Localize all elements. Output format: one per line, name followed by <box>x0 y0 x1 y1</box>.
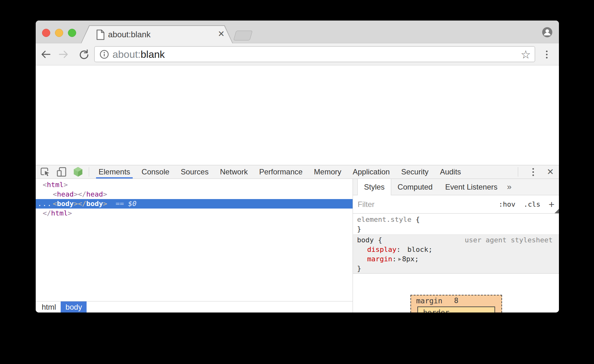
chrome-menu-icon[interactable] <box>541 49 552 60</box>
tab-title: about:blank <box>108 30 150 39</box>
stylesheet-origin: user agent stylesheet <box>465 235 559 245</box>
url-omnibox[interactable]: about:blank ☆ <box>94 46 535 62</box>
page-viewport <box>36 65 559 165</box>
bookmark-star-icon[interactable]: ☆ <box>521 47 531 62</box>
url-scheme: about: <box>112 49 141 60</box>
devtools-tab[interactable]: Application <box>353 165 390 179</box>
devtools-menu-icon[interactable] <box>528 167 538 177</box>
browser-window: about:blank ✕ <box>36 21 559 312</box>
user-agent-body-rule[interactable]: body { user agent stylesheet display: bl… <box>353 234 559 274</box>
profile-avatar-icon[interactable] <box>542 27 553 38</box>
devtools-tab[interactable]: Console <box>142 165 169 179</box>
tree-row[interactable]: ...<body></body> == $0 <box>36 199 353 209</box>
back-icon[interactable] <box>40 49 52 60</box>
device-toolbar-icon[interactable] <box>56 166 67 178</box>
devtools-tab[interactable]: Performance <box>259 165 302 179</box>
devtools-panel: ElementsConsoleSourcesNetworkPerformance… <box>36 165 559 312</box>
zoom-window-button[interactable] <box>68 29 76 37</box>
toolbar-divider <box>89 167 89 177</box>
devtools-tabs: ElementsConsoleSourcesNetworkPerformance… <box>99 165 461 179</box>
sidebar-tabs: StylesComputedEvent Listeners » <box>353 179 559 195</box>
toolbar-divider <box>518 167 518 177</box>
sidebar-tab[interactable]: Styles <box>357 179 391 195</box>
css-property[interactable]: display: block; <box>353 245 559 254</box>
reload-icon[interactable] <box>78 49 89 60</box>
tree-row[interactable]: <html> <box>36 180 353 190</box>
tab-strip: about:blank ✕ <box>36 21 559 43</box>
page-favicon-icon <box>95 29 106 40</box>
url-text: about:blank <box>112 49 165 60</box>
breadcrumb-item[interactable]: body <box>61 301 87 312</box>
desktop-background: about:blank ✕ <box>0 0 594 364</box>
sidebar-tab[interactable]: Event Listeners <box>439 179 504 195</box>
sidebar-overflow-icon[interactable]: » <box>504 179 515 195</box>
devtools-toolbar: ElementsConsoleSourcesNetworkPerformance… <box>36 165 559 179</box>
url-path: blank <box>141 49 165 60</box>
window-controls <box>42 29 76 37</box>
css-property[interactable]: margin:▶8px; <box>353 254 559 264</box>
devtools-close-icon[interactable]: ✕ <box>547 168 554 176</box>
elements-pane: <html><head></head>...<body></body> == $… <box>36 179 353 312</box>
new-tab-button[interactable] <box>233 31 253 40</box>
element-style-rule[interactable]: element.style { } <box>353 214 559 234</box>
devtools-tab[interactable]: Network <box>220 165 248 179</box>
nodejs-icon[interactable] <box>72 166 84 178</box>
breadcrumb-item[interactable]: html <box>37 301 61 312</box>
address-toolbar: about:blank ☆ <box>36 43 559 65</box>
dom-breadcrumb: htmlbody <box>36 301 353 312</box>
toggle-class-button[interactable]: .cls <box>524 200 540 208</box>
forward-icon[interactable] <box>58 49 69 60</box>
devtools-tab[interactable]: Elements <box>99 165 130 179</box>
box-model-border-box[interactable]: border <box>417 306 495 312</box>
sidebar-tab[interactable]: Computed <box>391 179 439 195</box>
box-model-margin-top-value[interactable]: 8 <box>411 295 501 306</box>
devtools-tab[interactable]: Memory <box>314 165 342 179</box>
devtools-tab[interactable]: Security <box>401 165 429 179</box>
tree-row[interactable]: </html> <box>36 209 353 218</box>
close-window-button[interactable] <box>42 29 50 37</box>
inspect-element-icon[interactable] <box>39 166 51 178</box>
devtools-tab[interactable]: Audits <box>440 165 461 179</box>
box-model-border-label: border <box>418 307 494 312</box>
pane-corner-triangle-icon <box>555 209 559 213</box>
toggle-hover-state-button[interactable]: :hov <box>499 200 515 208</box>
minimize-window-button[interactable] <box>55 29 63 37</box>
styles-filter-input[interactable]: Filter <box>358 200 490 209</box>
elements-tree[interactable]: <html><head></head>...<body></body> == $… <box>36 179 353 301</box>
styles-sidebar: StylesComputedEvent Listeners » Filter :… <box>353 179 559 312</box>
browser-tab[interactable]: about:blank ✕ <box>81 25 233 43</box>
page-info-icon[interactable] <box>99 49 110 60</box>
box-model-diagram[interactable]: margin 8 border <box>410 295 502 312</box>
styles-rules: element.style { } body { user agent styl… <box>353 214 559 312</box>
new-style-rule-icon[interactable]: + <box>549 199 555 209</box>
styles-filter-bar: Filter :hov .cls + <box>353 195 559 214</box>
tab-close-icon[interactable]: ✕ <box>218 29 225 39</box>
devtools-tab[interactable]: Sources <box>181 165 209 179</box>
tree-row[interactable]: <head></head> <box>36 190 353 199</box>
